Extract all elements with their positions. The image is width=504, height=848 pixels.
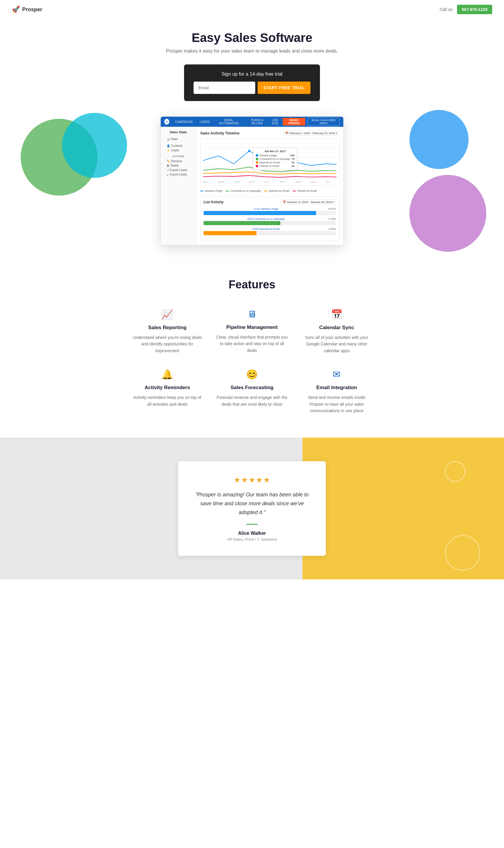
chart-tooltip: Sat Nov 17, 2017 Viewed a page 160 Conve… xyxy=(253,148,297,170)
tooltip-date: Sat Nov 17, 2017 xyxy=(256,150,294,153)
hero-section: Easy Sales Software Prosper makes it eas… xyxy=(0,19,504,255)
tooltip-color-2 xyxy=(256,158,258,160)
hero-title: Easy Sales Software xyxy=(6,31,498,45)
dash-sidebar-stats-item[interactable]: 📊 Stats xyxy=(164,137,192,141)
logo-icon: 🚀 xyxy=(12,6,20,13)
feature-desc-forecasting: Forecast revenue and engage with the dea… xyxy=(216,394,289,408)
list-activity-date[interactable]: 📅 January 11, 2018 - January 25, 2018 ▾ xyxy=(281,200,336,204)
dash-sidebar-data: 👤 Contacts ⚡ Leads xyxy=(164,144,192,152)
call-us-label: Call us: xyxy=(439,7,453,12)
dash-sidebar-leads[interactable]: ⚡ Leads xyxy=(164,148,192,152)
feature-desc-reminders: Activity reminders keep you on top of al… xyxy=(131,394,204,408)
legend-dot-3 xyxy=(265,191,267,192)
activity-fill-1 xyxy=(203,211,316,215)
dash-nav-right: PLANS & BILLING JOE DOE REFER FRIENDS BO… xyxy=(247,118,340,126)
dash-sidebar-actions-label: Actions xyxy=(164,155,192,158)
dash-sidebar-title: Sales Stats xyxy=(164,130,192,134)
trial-button[interactable]: START FREE TRIAL xyxy=(258,82,311,94)
feature-icon-sales-reporting: 📈 xyxy=(161,309,173,320)
dash-sidebar-delete[interactable]: 🗑 Delete xyxy=(164,163,192,168)
tooltip-val-3: 52 xyxy=(292,161,294,164)
feature-forecasting: 😊 Sales Forecasting Forecast revenue and… xyxy=(216,369,289,414)
svg-point-4 xyxy=(248,149,250,152)
feature-title-pipeline: Pipeline Management xyxy=(226,324,278,330)
signup-form: START FREE TRIAL xyxy=(194,82,311,94)
phone-button[interactable]: 567-876-1229 xyxy=(457,5,492,14)
bubble-purple xyxy=(410,175,486,252)
hero-visual: W CAMPAIGNS LEADS EMAIL AUTOMATION PLANS… xyxy=(6,107,498,255)
testimonial-card: ★★★★★ "Prosper is amazing! Our team has … xyxy=(178,461,326,556)
testimonial-name: Alice Walker xyxy=(194,531,310,536)
legend-converted: Converted on a Campaign xyxy=(226,190,261,192)
feature-pipeline: 🖥 Pipeline Management Clear, visual inte… xyxy=(216,309,289,354)
dash-sidebar-contacts[interactable]: 👤 Contacts xyxy=(164,144,192,148)
svg-text:Jan 1: Jan 1 xyxy=(326,181,330,183)
testimonial-quote: "Prosper is amazing! Our team has been a… xyxy=(194,490,310,517)
list-activity-header: List Activity 📅 January 11, 2018 - Janua… xyxy=(203,200,336,204)
logo-text: Prosper xyxy=(22,6,42,13)
dash-body: Sales Stats 📊 Stats 👤 Contacts ⚡ Lea xyxy=(161,127,343,245)
dash-nav: W CAMPAIGNS LEADS EMAIL AUTOMATION PLANS… xyxy=(161,117,343,127)
svg-text:Dec 25: Dec 25 xyxy=(311,181,317,183)
features-grid: 📈 Sales Reporting Understand where you'r… xyxy=(131,309,373,414)
activity-fill-3 xyxy=(203,231,256,235)
legend-label-4: Clicked an Email xyxy=(297,190,317,192)
testimonial-stars: ★★★★★ xyxy=(194,475,310,485)
activity-label-3: 1335 Opened an Email xyxy=(203,228,336,231)
feature-title-sales-reporting: Sales Reporting xyxy=(148,325,186,331)
legend-opened: Opened an Email xyxy=(265,190,289,192)
feature-calendar-sync: 📅 Calendar Sync Sync all of your activit… xyxy=(300,309,373,354)
feature-desc-pipeline: Clear, visual interface that prompts you… xyxy=(216,334,289,354)
dash-nav-leads[interactable]: LEADS xyxy=(199,118,211,126)
feature-sales-reporting: 📈 Sales Reporting Understand where you'r… xyxy=(131,309,204,354)
dash-nav-campaigns[interactable]: CAMPAIGNS xyxy=(174,118,194,126)
feature-icon-pipeline: 🖥 xyxy=(247,309,257,320)
feature-desc-email: Send and receive emails inside Propser t… xyxy=(300,394,373,414)
signup-box-title: Sign up for a 14-day free trial xyxy=(194,72,311,77)
activity-track-1 xyxy=(203,211,336,215)
tooltip-label-3: Opened an Email xyxy=(259,161,280,164)
feature-icon-email: ✉ xyxy=(332,369,341,380)
tooltip-color-3 xyxy=(256,161,258,164)
feature-title-reminders: Activity Reminders xyxy=(144,385,190,391)
tooltip-label-1: Viewed a page xyxy=(259,154,277,157)
dash-sidebar-rename[interactable]: ✏️ Rename xyxy=(164,159,192,163)
tooltip-row-1: Viewed a page 160 xyxy=(256,154,294,157)
dash-line-chart: Sat Nov 17, 2017 Viewed a page 160 Conve… xyxy=(200,139,339,186)
dash-sidebar: Sales Stats 📊 Stats 👤 Contacts ⚡ Lea xyxy=(161,127,196,245)
features-title: Features xyxy=(12,278,492,291)
email-input[interactable] xyxy=(194,82,255,94)
testimonial-divider xyxy=(246,524,258,525)
svg-text:Dec 4: Dec 4 xyxy=(265,181,269,183)
dash-sidebar-import[interactable]: ↙ Import Leads xyxy=(164,172,192,177)
logo[interactable]: 🚀 Prosper xyxy=(12,6,42,13)
chart-legend: Viewed a Page Converted on a Campaign Op… xyxy=(200,190,339,192)
tooltip-row-3: Opened an Email 52 xyxy=(256,161,294,164)
dash-nav-email-auto[interactable]: EMAIL AUTOMATION xyxy=(215,116,242,127)
feature-icon-reminders: 🔔 xyxy=(161,369,173,380)
dash-nav-billing[interactable]: PLANS & BILLING xyxy=(247,119,267,125)
feature-title-forecasting: Sales Forecasting xyxy=(230,385,274,391)
dash-chart-title-text: Sales Acitivity Timeline xyxy=(200,131,239,135)
feature-activity-reminders: 🔔 Activity Reminders Activity reminders … xyxy=(131,369,204,414)
dash-nav-user[interactable]: JOE DOE xyxy=(270,119,281,125)
dash-chart-date[interactable]: 📅 February 7, 2018 - February 21, 2018 ▾ xyxy=(283,131,339,136)
dash-logo: W xyxy=(164,119,169,125)
feature-desc-sales-reporting: Understand where you're losing deals and… xyxy=(131,334,204,354)
activity-fill-2 xyxy=(203,221,281,225)
dash-sidebar-export[interactable]: ↗ Export Leads xyxy=(164,168,192,172)
testimonial-content: ★★★★★ "Prosper is amazing! Our team has … xyxy=(0,438,504,579)
testimonial-section: ★★★★★ "Prosper is amazing! Our team has … xyxy=(0,438,504,579)
activity-bar-converted: 3.75% 1823 Converted on a Campaign xyxy=(203,217,336,225)
signup-box: Sign up for a 14-day free trial START FR… xyxy=(184,65,320,101)
dash-chart-header: Sales Acitivity Timeline 📅 February 7, 2… xyxy=(200,131,339,136)
dash-nav-refer[interactable]: REFER FRIENDS xyxy=(283,118,305,126)
header: 🚀 Prosper Call us: 567-876-1229 xyxy=(0,0,504,19)
tooltip-label-2: Converted on a Campaign xyxy=(259,158,290,160)
dashboard-image: W CAMPAIGNS LEADS EMAIL AUTOMATION PLANS… xyxy=(160,116,344,245)
dash-nav-book[interactable]: BOOK YOUR FREE DEMO xyxy=(308,118,340,126)
svg-text:Dec 11: Dec 11 xyxy=(280,181,286,183)
legend-clicked: Clicked an Email xyxy=(293,190,317,192)
legend-label-3: Opened an Email xyxy=(269,190,289,192)
bubble-blue xyxy=(410,110,469,169)
